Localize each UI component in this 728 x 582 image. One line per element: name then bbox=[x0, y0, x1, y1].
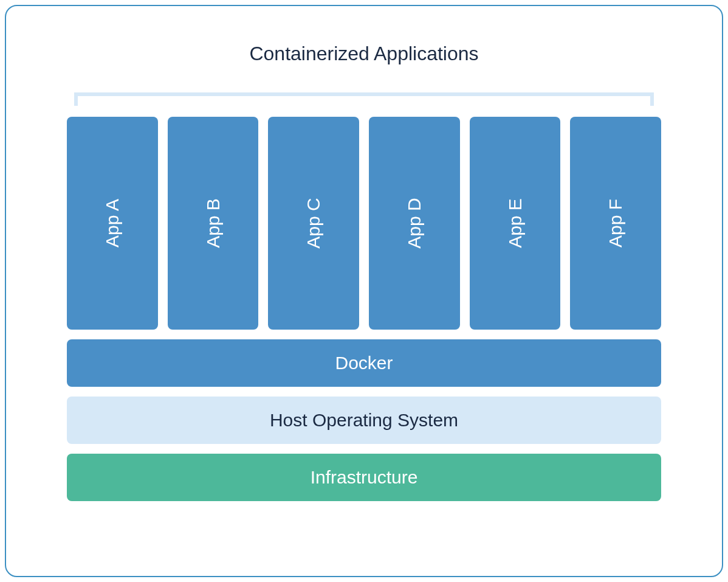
docker-label: Docker bbox=[335, 353, 393, 373]
host-os-layer: Host Operating System bbox=[67, 397, 661, 444]
diagram-frame: Containerized Applications App A App B A… bbox=[5, 5, 723, 577]
app-label: App B bbox=[203, 198, 224, 248]
app-label: App D bbox=[404, 198, 425, 248]
app-box-e: App E bbox=[470, 117, 561, 330]
infrastructure-label: Infrastructure bbox=[311, 467, 418, 488]
apps-row: App A App B App C App D App E App F bbox=[67, 117, 661, 330]
docker-layer: Docker bbox=[67, 339, 661, 387]
app-label: App C bbox=[303, 198, 324, 248]
apps-bracket bbox=[74, 92, 654, 106]
infrastructure-layer: Infrastructure bbox=[67, 454, 661, 501]
app-box-d: App D bbox=[369, 117, 460, 330]
app-box-f: App F bbox=[570, 117, 661, 330]
diagram-title: Containerized Applications bbox=[67, 43, 661, 65]
app-label: App F bbox=[605, 199, 626, 248]
app-box-b: App B bbox=[168, 117, 259, 330]
app-label: App A bbox=[102, 199, 123, 248]
app-label: App E bbox=[505, 198, 526, 248]
app-box-a: App A bbox=[67, 117, 158, 330]
app-box-c: App C bbox=[268, 117, 359, 330]
host-os-label: Host Operating System bbox=[270, 410, 458, 431]
